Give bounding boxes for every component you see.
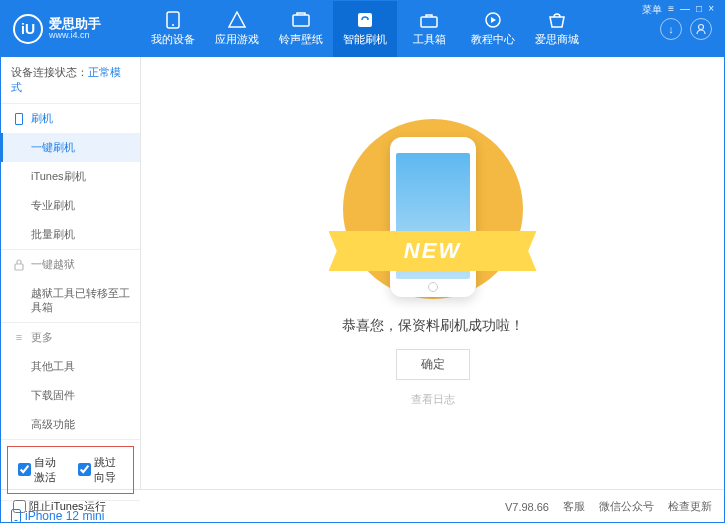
flash-options: 自动激活 跳过向导 — [7, 446, 134, 494]
svg-rect-3 — [358, 13, 372, 27]
svg-rect-4 — [421, 17, 437, 27]
nav-flash[interactable]: 智能刷机 — [333, 1, 397, 57]
maximize-icon[interactable]: □ — [696, 3, 702, 17]
user-icon[interactable] — [690, 18, 712, 40]
phone-icon — [13, 113, 25, 125]
app-url: www.i4.cn — [49, 30, 101, 41]
sidebar-group-flash: 刷机 一键刷机 iTunes刷机 专业刷机 批量刷机 — [1, 104, 140, 250]
success-message: 恭喜您，保资料刷机成功啦！ — [342, 317, 524, 335]
sidebar-item-batch-flash[interactable]: 批量刷机 — [1, 220, 140, 249]
svg-rect-2 — [293, 15, 309, 26]
ok-button[interactable]: 确定 — [396, 349, 470, 380]
sidebar-item-other-tools[interactable]: 其他工具 — [1, 352, 140, 381]
sidebar-group-jailbreak: 一键越狱 越狱工具已转移至工具箱 — [1, 250, 140, 323]
sidebar-item-download-firmware[interactable]: 下载固件 — [1, 381, 140, 410]
top-nav: 我的设备 应用游戏 铃声壁纸 智能刷机 工具箱 教程中心 爱思商城 — [141, 1, 648, 57]
app-body: 设备连接状态：正常模式 刷机 一键刷机 iTunes刷机 专业刷机 批量刷机 一… — [1, 57, 724, 489]
device-icon — [164, 11, 182, 29]
checkbox-skip-guide[interactable]: 跳过向导 — [78, 455, 124, 485]
minimize-icon[interactable]: — — [680, 3, 690, 17]
nav-ringtones[interactable]: 铃声壁纸 — [269, 1, 333, 57]
version-label: V7.98.66 — [505, 501, 549, 513]
app-header: 菜单 ≡ — □ × iU 爱思助手 www.i4.cn 我的设备 应用游戏 铃… — [1, 1, 724, 57]
sidebar-header-more[interactable]: ≡ 更多 — [1, 323, 140, 352]
wechat-link[interactable]: 微信公众号 — [599, 499, 654, 514]
wallpaper-icon — [292, 11, 310, 29]
app-name: 爱思助手 — [49, 17, 101, 30]
header-right: ↓ — [648, 18, 724, 40]
sidebar-group-more: ≡ 更多 其他工具 下载固件 高级功能 — [1, 323, 140, 440]
check-update-link[interactable]: 检查更新 — [668, 499, 712, 514]
sidebar-item-advanced[interactable]: 高级功能 — [1, 410, 140, 439]
nav-tutorials[interactable]: 教程中心 — [461, 1, 525, 57]
nav-apps[interactable]: 应用游戏 — [205, 1, 269, 57]
store-icon — [548, 11, 566, 29]
menu-icon[interactable]: ≡ — [668, 3, 674, 17]
sidebar-item-itunes-flash[interactable]: iTunes刷机 — [1, 162, 140, 191]
close-icon[interactable]: × — [708, 3, 714, 17]
window-controls: 菜单 ≡ — □ × — [640, 1, 716, 19]
connection-status: 设备连接状态：正常模式 — [1, 57, 140, 104]
sidebar: 设备连接状态：正常模式 刷机 一键刷机 iTunes刷机 专业刷机 批量刷机 一… — [1, 57, 141, 489]
phone-small-icon — [11, 509, 21, 523]
menu-lines-icon: ≡ — [13, 331, 25, 343]
checkbox-block-itunes[interactable]: 阻止iTunes运行 — [13, 499, 106, 514]
jailbreak-transfer-note: 越狱工具已转移至工具箱 — [1, 279, 140, 322]
nav-toolbox[interactable]: 工具箱 — [397, 1, 461, 57]
svg-point-6 — [699, 25, 704, 30]
phone-illustration — [390, 137, 476, 297]
toolbox-icon — [420, 11, 438, 29]
svg-rect-7 — [15, 264, 23, 270]
sidebar-item-oneclick-flash[interactable]: 一键刷机 — [1, 133, 140, 162]
lock-icon — [13, 259, 25, 271]
sidebar-header-flash[interactable]: 刷机 — [1, 104, 140, 133]
svg-point-1 — [172, 24, 174, 26]
customer-service-link[interactable]: 客服 — [563, 499, 585, 514]
logo-icon: iU — [13, 14, 43, 44]
logo-area: iU 爱思助手 www.i4.cn — [1, 14, 141, 44]
sidebar-item-pro-flash[interactable]: 专业刷机 — [1, 191, 140, 220]
tutorial-icon — [484, 11, 502, 29]
download-icon[interactable]: ↓ — [660, 18, 682, 40]
view-log-link[interactable]: 查看日志 — [411, 392, 455, 407]
success-illustration: NEW — [343, 119, 523, 299]
new-ribbon: NEW — [329, 231, 537, 271]
menu-text[interactable]: 菜单 — [642, 3, 662, 17]
nav-my-device[interactable]: 我的设备 — [141, 1, 205, 57]
checkbox-auto-activate[interactable]: 自动激活 — [18, 455, 64, 485]
main-content: NEW 恭喜您，保资料刷机成功啦！ 确定 查看日志 — [141, 57, 724, 489]
flash-icon — [356, 11, 374, 29]
apps-icon — [228, 11, 246, 29]
nav-store[interactable]: 爱思商城 — [525, 1, 589, 57]
sidebar-header-jailbreak[interactable]: 一键越狱 — [1, 250, 140, 279]
